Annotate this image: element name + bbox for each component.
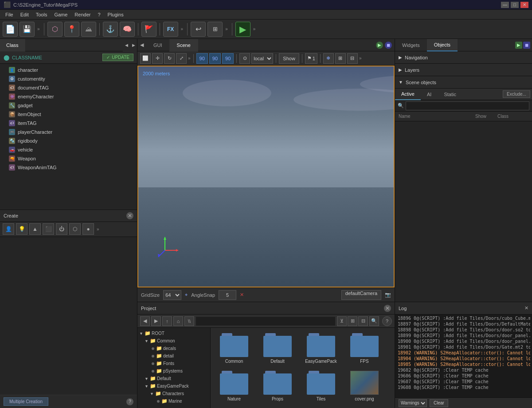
class-item-itemtag[interactable]: 🏷 itemTAG [0,119,137,128]
toolbar-undo[interactable]: ↩ [191,22,206,37]
toolbar-flag[interactable]: 🚩 [141,22,156,37]
class-item-vehicle[interactable]: 🚗 vehicle [0,145,137,154]
menu-plugins[interactable]: Plugins [104,11,127,18]
tree-decals[interactable]: 📁 decals [137,345,210,352]
panel-arrow-left[interactable]: ◀ [123,39,130,51]
help-icon[interactable]: ? [126,398,133,405]
log-clear-button[interactable]: Clear [430,399,448,407]
menu-tools[interactable]: Tools [32,11,51,18]
panel-arrow-right[interactable]: ▶ [130,39,137,51]
right-tab-green-btn[interactable]: ▶ [515,42,522,49]
class-item-weaponanimtag[interactable]: 🏷 WeaponAnimTAG [0,163,137,172]
pt-help-button[interactable]: ? [382,316,392,326]
class-item-itemobject[interactable]: 📦 itemObject [0,110,137,119]
tab-objects[interactable]: Objects [427,39,458,51]
file-item-nature[interactable]: Nature [214,369,254,403]
file-item-default[interactable]: Default [258,331,297,365]
tree-root[interactable]: ▼ 📁 ROOT [137,330,210,337]
toolbar-pin[interactable]: 📍 [64,22,79,37]
so-search-input[interactable] [406,101,529,110]
st-grid2-btn[interactable]: ⊟ [347,53,358,64]
create-icon-power[interactable]: ⏻ [56,223,67,235]
toolbar-expand-2[interactable]: » [180,27,184,31]
pt-fwd-btn[interactable]: ▶ [151,316,161,326]
class-item-gadget[interactable]: 🔧 gadget [0,101,137,110]
titlebar-controls[interactable]: — □ ✕ [501,2,528,8]
toolbar-new[interactable]: 📄 [3,22,18,37]
so-tab-ai[interactable]: AI [421,89,438,100]
file-item-fps[interactable]: FPS [344,331,384,365]
tree-characters[interactable]: ▼ 📁 Characters [137,390,210,397]
tree-detail[interactable]: 📁 detail [137,352,210,360]
so-tab-active[interactable]: Active [395,89,421,100]
st-layer-btn[interactable]: ⚑ 1 [305,53,317,64]
anglesnap-input[interactable] [219,290,236,300]
class-item-weapon[interactable]: 🔫 Weapon [0,154,137,163]
update-button[interactable]: ✓ UPDATE [102,54,133,61]
file-item-common[interactable]: Common [214,331,254,365]
create-icon-triangle[interactable]: ▲ [29,223,41,235]
toolbar-grid[interactable]: ⊞ [207,22,223,37]
so-tab-exclude[interactable]: Exclude... [503,90,530,98]
st-select-btn[interactable]: ⬜ [140,53,151,64]
file-item-tiles[interactable]: Tiles [301,369,341,403]
toolbar-mountain[interactable]: ⛰ [81,22,96,37]
toolbar-fx[interactable]: FX [163,22,178,37]
log-close-button[interactable]: ✕ [524,305,528,311]
tree-default[interactable]: ▼ 📁 Default [137,375,210,382]
tab-gui[interactable]: GUI [146,39,170,51]
toolbar-play[interactable]: ▶ [235,22,250,37]
st-snowflake-btn[interactable]: ❄ [323,53,334,64]
toolbar-expand-3[interactable]: » [224,27,229,31]
pt-path-btn[interactable]: \\ [184,316,194,326]
maximize-button[interactable]: □ [511,2,519,8]
tree-psystems[interactable]: 📁 pSystems [137,367,210,375]
class-item-enemycharacter[interactable]: 👾 enemyCharacter [0,92,137,101]
right-tab-blue-btn[interactable]: ◼ [523,42,530,49]
pt-filter-btn[interactable]: ⊻ [337,316,347,326]
project-close-button[interactable]: ✕ [384,305,391,312]
pt-view1-btn[interactable]: ⊞ [348,316,357,326]
st-rotate-btn[interactable]: ↻ [164,53,175,64]
pt-view2-btn[interactable]: ⊟ [358,316,368,326]
toolbar-brain[interactable]: 🧠 [120,22,135,37]
navigation-section[interactable]: ▶ Navigation [395,51,532,64]
create-icon-light[interactable]: 💡 [16,223,27,235]
menu-file[interactable]: File [2,11,17,18]
pt-search-button[interactable]: 🔍 [369,316,379,326]
minimize-button[interactable]: — [501,2,509,8]
pt-up-btn[interactable]: ↑ [162,316,172,326]
pt-back-btn[interactable]: ◀ [140,316,150,326]
class-item-documenttag[interactable]: 🏷 documentTAG [0,83,137,92]
scene-tab-expand[interactable]: ◀ [137,42,146,48]
create-icon-circle[interactable]: ● [82,223,94,235]
file-item-cover[interactable]: cover.png [344,369,384,403]
menu-render[interactable]: Render [71,11,94,18]
st-expand-1[interactable]: » [188,56,191,61]
create-icon-square[interactable]: ⬛ [43,223,54,235]
toolbar-expand-4[interactable]: » [252,27,257,31]
gridsize-select[interactable]: 64 32 128 [163,290,181,300]
toolbar-anchor[interactable]: ⚓ [103,22,118,37]
tree-fonts[interactable]: 📁 Fonts [137,360,210,367]
tree-marine[interactable]: 📁 Marine [137,397,210,405]
layers-section[interactable]: ▶ Layers [395,64,532,76]
file-item-props[interactable]: Props [258,369,297,403]
log-filter-select[interactable]: Warnings Errors All [399,399,427,407]
st-deg-90-3[interactable]: 90 [222,53,234,64]
create-close-button[interactable]: ✕ [126,212,133,219]
st-expand-2[interactable]: » [359,56,362,61]
toolbar-expand-1[interactable]: » [36,27,41,31]
create-icon-hex[interactable]: ⬡ [69,223,81,235]
st-grid-btn[interactable]: ⊞ [335,53,346,64]
create-icon-person[interactable]: 👤 [3,223,14,235]
multiple-creation-button[interactable]: Multiple Creation [4,397,48,406]
class-item-rigidbody[interactable]: 🔩 rigidbody [0,136,137,145]
st-show-button[interactable]: Show [279,53,299,64]
scene-tab-green-icon[interactable]: ▶ [376,42,383,49]
st-deg-90-1[interactable]: 90 [196,53,208,64]
tab-scene[interactable]: Scene [170,39,198,51]
tree-easygamepack[interactable]: ▼ 📁 EasyGamePack [137,382,210,390]
create-icons-expand[interactable]: » [96,227,100,232]
tree-common[interactable]: ▼ 📁 Common [137,337,210,345]
